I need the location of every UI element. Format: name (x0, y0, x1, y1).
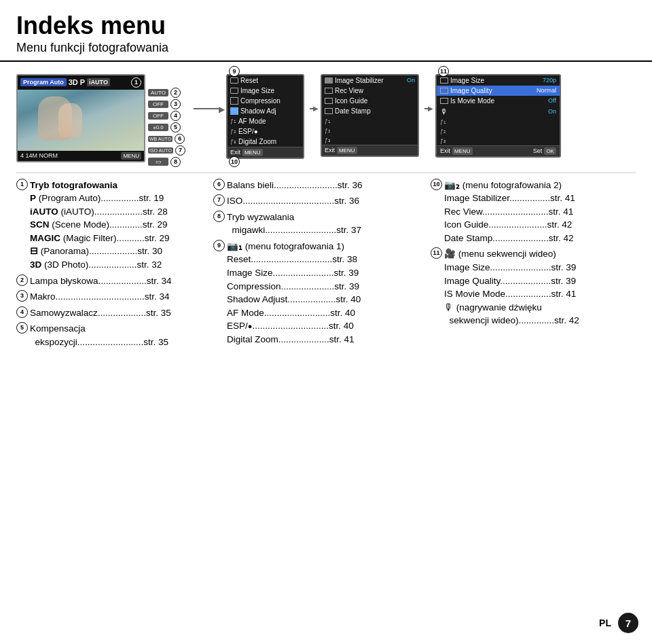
side-row-6: WB AUTO 6 (148, 134, 185, 144)
stamp-icon (325, 108, 333, 114)
camera-photo-baby (58, 103, 82, 137)
page-footer: PL 7 (599, 613, 638, 633)
camera-bottom-bar: 4 14M NORM MENU (18, 151, 144, 161)
menu-btn-2[interactable]: MENU (337, 147, 357, 154)
entry-1-content: Tryb fotografowania P (Program Auto)....… (30, 179, 170, 272)
menu2-to-menu3-arrow: ▶ (424, 108, 430, 109)
shade-icon-shadow (230, 107, 238, 115)
rec-icon (325, 88, 333, 94)
menu-1-item-digitalzoom[interactable]: ƒ₃ Digital Zoom (228, 137, 303, 147)
side-row-3: OFF 3 (148, 99, 185, 109)
lang-label: PL (599, 618, 611, 628)
menu-2-item-f1[interactable]: ƒ₁ (322, 116, 418, 126)
size-icon-3 (440, 77, 448, 84)
menu-1-item-afmode[interactable]: ƒ₁ AF Mode (228, 116, 303, 126)
menu-btn-3[interactable]: MENU (452, 147, 473, 155)
entry-2: 2 Lampa błyskowa...................str. … (16, 274, 206, 288)
menu-2-item-f3[interactable]: ƒ₃ (322, 135, 418, 145)
num-badge-7: 7 (175, 145, 185, 156)
circle-4: 4 (16, 306, 28, 318)
side-icon-wb: WB AUTO (148, 136, 173, 142)
stab-value: On (407, 77, 415, 84)
menu-button-label[interactable]: MENU (121, 152, 141, 160)
num-badge-3: 3 (170, 99, 181, 109)
f2-icon-esp: ƒ₂ (230, 128, 236, 135)
left-column: 1 Tryb fotografowania P (Program Auto)..… (16, 179, 206, 352)
mid-column: 6 Balans bieli.........................s… (206, 179, 424, 352)
entry-9: 9 📷₁ (menu fotografowania 1) Reset......… (213, 240, 424, 346)
num-badge-1: 1 (131, 77, 141, 88)
box-icon-compression (230, 97, 238, 105)
menu-1-item-imagesize[interactable]: Image Size (228, 86, 303, 96)
page-number-badge: 7 (618, 613, 638, 633)
side-icon-exp: ±0.0 (148, 124, 168, 131)
mic-value-3: On (548, 108, 556, 115)
side-icon-off1: OFF (148, 101, 168, 108)
set-label-3: Set (533, 147, 543, 154)
menu-2-item-iconguide[interactable]: Icon Guide (322, 96, 418, 106)
menu-1-item-compression[interactable]: Compression (228, 96, 303, 106)
side-row-4: OFF 4 (148, 111, 185, 121)
menu-btn-1[interactable]: MENU (242, 149, 263, 156)
menu-2-item-recview[interactable]: Rec View (322, 86, 418, 96)
movie-value-3: Off (548, 97, 556, 104)
entry-4: 4 Samowyzwalacz...................str. 3… (16, 306, 206, 320)
circle-10: 10 (431, 179, 442, 190)
menu-1: 9 Reset Image Size Compression Shadow Ad… (226, 74, 304, 159)
menu-3-item-f3[interactable]: ƒ₃ (437, 136, 560, 145)
circle-11: 11 (431, 247, 442, 259)
page-title: Indeks menu (16, 12, 636, 39)
circle-9: 9 (213, 240, 225, 251)
circle-1: 1 (16, 179, 28, 190)
ok-btn-3[interactable]: OK (544, 147, 556, 155)
menu-3-item-mic[interactable]: 🎙 On (437, 106, 560, 117)
entry-11: 11 🎥 (menu sekwencji wideo) Image Size..… (431, 247, 636, 327)
f1-icon-af: ƒ₁ (230, 118, 236, 124)
page-header: Indeks menu Menu funkcji fotografowania (0, 0, 652, 62)
side-row-2: AUTO 2 (148, 88, 185, 98)
f3-icon-dz: ƒ₃ (230, 138, 236, 145)
mode-p-label: P (80, 78, 85, 86)
f3-icon-3: ƒ₃ (440, 137, 446, 144)
menu-3-item-moviemode[interactable]: Is Movie Mode Off (437, 96, 560, 106)
cam-icon-reset (230, 77, 238, 84)
menu-3-footer: Exit MENU Set OK (437, 145, 560, 156)
menu-2-item-f2[interactable]: ƒ₂ (322, 126, 418, 135)
camera-info-left: 4 14M NORM (20, 152, 58, 159)
mic-icon-3: 🎙 (440, 107, 448, 115)
exit-label-2: Exit (325, 147, 335, 154)
qual-value-3: Normal (537, 87, 556, 94)
menu-1-footer: Exit MENU (228, 147, 303, 158)
num-badge-6: 6 (175, 134, 185, 144)
menu-2-item-stabilizer[interactable]: Image Stabilizer On (322, 75, 418, 86)
side-controls: AUTO 2 OFF 3 OFF 4 ±0.0 5 WB AUTO 6 ISO … (148, 88, 185, 167)
camera-screen: Program Auto 3D P iAUTO 1 4 14M NORM MEN… (16, 74, 145, 162)
f1-icon-3: ƒ₁ (440, 118, 446, 125)
menu-2-item-datestamp[interactable]: Date Stamp (322, 106, 418, 116)
num-badge-8: 8 (170, 157, 181, 167)
menu-3-item-imgsize[interactable]: Image Size 720p (437, 75, 560, 86)
menu-1-item-reset[interactable]: Reset (228, 75, 303, 86)
mode-iauto-label: iAUTO (87, 78, 110, 86)
side-row-5: ±0.0 5 (148, 122, 185, 132)
entry-10: 10 📷₂ (menu fotografowania 2) Image Stab… (431, 179, 636, 245)
menu-3-item-f1[interactable]: ƒ₁ (437, 117, 560, 126)
menu-1-item-esp[interactable]: ƒ₂ ESP/● (228, 126, 303, 137)
page-subtitle: Menu funkcji fotografowania (16, 41, 636, 55)
entry-3: 3 Makro.................................… (16, 290, 206, 304)
menu-3: 11 Image Size 720p Image Quality Normal … (435, 74, 561, 158)
f1-icon-2: ƒ₁ (325, 118, 331, 124)
menu-3-item-imgqual[interactable]: Image Quality Normal (437, 86, 560, 96)
size-value-3: 720p (543, 77, 556, 84)
right-column: 10 📷₂ (menu fotografowania 2) Image Stab… (424, 179, 636, 352)
content-area: 1 Tryb fotografowania P (Program Auto)..… (16, 179, 636, 352)
f2-icon-2: ƒ₂ (325, 127, 331, 134)
side-icon-auto: AUTO (148, 89, 168, 96)
menu-1-item-shadow[interactable]: Shadow Adj (228, 106, 303, 116)
menu-3-item-f2[interactable]: ƒ₂ (437, 126, 560, 136)
circle-8: 8 (213, 211, 225, 222)
menu1-to-menu2-arrow: ▶ (310, 108, 315, 109)
num-badge-2: 2 (170, 88, 181, 98)
qual-icon-3 (440, 88, 448, 94)
camera-top-bar: Program Auto 3D P iAUTO 1 (18, 75, 144, 90)
